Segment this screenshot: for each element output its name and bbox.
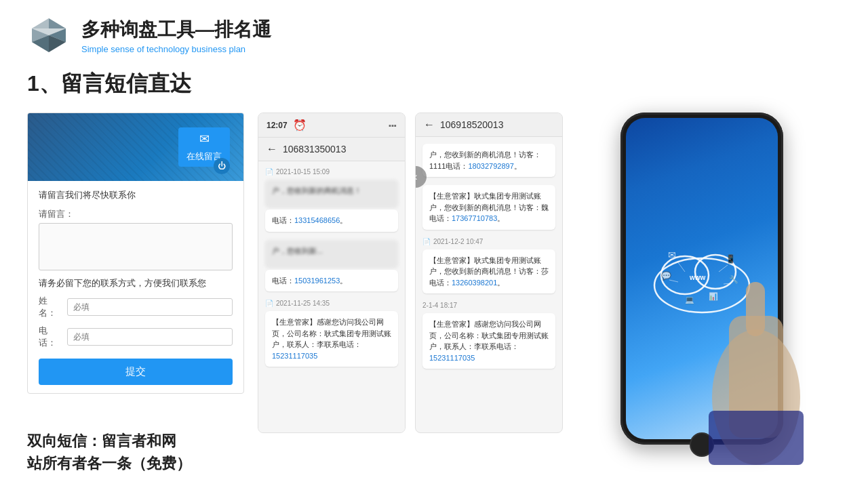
sms-bubble-blurred-2: 户，您收到新... — [265, 240, 398, 267]
sms2-bubble-2: 【生意管家】耿式集团专用测试账户，您收到新的商机消息！访客：魏电话：173677… — [422, 185, 555, 230]
phone-input[interactable] — [67, 328, 233, 346]
sms-back-header-2: ← 106918520013 — [416, 113, 562, 137]
message-label: 请留言： — [39, 208, 233, 220]
form-body: 请留言我们将尽快联系你 请留言： 请务必留下您的联系方式，方便我们联系您 姓名：… — [28, 181, 243, 393]
name-input[interactable] — [67, 298, 233, 316]
sms2-bubble-3: 【生意管家】耿式集团专用测试账户，您收到新的商机消息！访客：莎电话：132603… — [422, 249, 555, 294]
logo-icon — [27, 14, 71, 57]
sms-link-1[interactable]: 13315468656 — [294, 216, 340, 224]
main-content: ✉ 在线留言 ⏻ 请留言我们将尽快联系你 请留言： 请务必留下您的联系方式，方便… — [27, 113, 841, 465]
sms2-msg-1: 户，您收到新的商机消息！访客：1111电话：18032792897。 — [422, 144, 555, 177]
contact-hint: 请务必留下您的联系方式，方便我们联系您 — [39, 277, 233, 289]
svg-rect-24 — [746, 282, 765, 336]
sms-header-1: 12:07 ⏰ ▪▪▪ — [258, 113, 405, 138]
message-textarea[interactable] — [39, 223, 233, 270]
sms-bubble-blurred-1: 户，您收到新的商机消息！ — [265, 180, 398, 207]
power-button[interactable]: ⏻ — [214, 158, 230, 174]
sms-msg-group-1: 📄 2021-10-15 15:09 户，您收到新的商机消息！ 电话：13315… — [265, 168, 398, 232]
page-wrapper: 多种询盘工具—排名通 Simple sense of technology bu… — [0, 0, 868, 488]
sms2-ts-3: 📄 2021-12-2 10:47 — [422, 238, 555, 245]
sms-body-2: 户，您收到新的商机消息！访客：1111电话：18032792897。 【生意管家… — [416, 137, 562, 408]
form-panel-hint: 请留言我们将尽快联系你 — [39, 189, 233, 201]
sms-panel-1: 12:07 ⏰ ▪▪▪ ← 106831350013 📄 2021-10-15 … — [258, 113, 406, 433]
submit-button[interactable]: 提交 — [39, 359, 233, 385]
doc-icon-1: 📄 — [265, 168, 273, 176]
sms2-link-4[interactable]: 15231117035 — [429, 354, 475, 362]
sms2-link-1[interactable]: 18032792897 — [468, 162, 513, 170]
form-panel: ✉ 在线留言 ⏻ 请留言我们将尽快联系你 请留言： 请务必留下您的联系方式，方便… — [27, 113, 244, 394]
sms2-msg-3: 📄 2021-12-2 10:47 【生意管家】耿式集团专用测试账户，您收到新的… — [422, 238, 555, 294]
header-title: 多种询盘工具—排名通 — [81, 17, 271, 43]
message-icon: ✉ — [199, 131, 210, 146]
svg-text:💬: 💬 — [661, 270, 671, 281]
sms2-bubble-1: 户，您收到新的商机消息！访客：1111电话：18032792897。 — [422, 144, 555, 177]
header-text-group: 多种询盘工具—排名通 Simple sense of technology bu… — [81, 17, 271, 54]
sms-ts-1: 📄 2021-10-15 15:09 — [265, 168, 398, 176]
svg-line-20 — [669, 280, 678, 282]
header: 多种询盘工具—排名通 Simple sense of technology bu… — [27, 14, 841, 57]
signal-icons: ▪▪▪ — [389, 121, 397, 129]
sms-body-1: 📄 2021-10-15 15:09 户，您收到新的商机消息！ 电话：13315… — [258, 161, 405, 432]
sms-phone-number-2: 106918520013 — [440, 119, 503, 130]
sms-back-header-1: ← 106831350013 — [258, 138, 405, 161]
alarm-icon: ⏰ — [293, 119, 307, 131]
phone-label: 电话： — [39, 325, 63, 349]
sms-bubble-1b: 电话：13315468656。 — [265, 209, 398, 232]
sms2-link-3[interactable]: 13260398201 — [452, 279, 497, 287]
phone-row: 电话： — [39, 325, 233, 349]
sms-link-3[interactable]: 15231117035 — [272, 352, 317, 360]
sms-panel-2: ← 106918520013 户，您收到新的商机消息！访客：1111电话：180… — [415, 113, 563, 433]
back-arrow-2[interactable]: ← — [424, 119, 435, 131]
sms-container: 12:07 ⏰ ▪▪▪ ← 106831350013 📄 2021-10-15 … — [258, 113, 563, 433]
svg-rect-25 — [709, 411, 804, 465]
sms-msg-group-3: 📄 2021-11-25 14:35 【生意管家】感谢您访问我公司网页，公司名称… — [265, 300, 398, 367]
bottom-text: 双向短信：留言者和网 站所有者各一条（免费） — [27, 430, 191, 474]
header-subtitle: Simple sense of technology business plan — [81, 44, 271, 54]
sms2-bubble-4: 【生意管家】感谢您访问我公司网页，公司名称：耿式集团专用测试账户，联系人：李联系… — [422, 313, 555, 369]
sms-bubble-2b: 电话：15031961253。 — [265, 270, 398, 292]
sms-link-2[interactable]: 15031961253 — [294, 277, 340, 285]
sms2-msg-2: 【生意管家】耿式集团专用测试账户，您收到新的商机消息！访客：魏电话：173677… — [422, 185, 555, 230]
sms-msg-group-2: 户，您收到新... 电话：15031961253。 — [265, 240, 398, 292]
svg-text:✉: ✉ — [668, 249, 676, 260]
back-arrow-1[interactable]: ← — [267, 143, 277, 155]
name-label: 姓名： — [39, 295, 63, 319]
name-row: 姓名： — [39, 295, 233, 319]
sms2-msg-4: 2-1-4 18:17 【生意管家】感谢您访问我公司网页，公司名称：耿式集团专用… — [422, 302, 555, 369]
hand-illustration — [688, 262, 824, 465]
doc-icon-3: 📄 — [265, 300, 273, 307]
doc-icon-4: 📄 — [422, 238, 431, 245]
svg-line-18 — [677, 262, 685, 272]
sms-ts-3: 📄 2021-11-25 14:35 — [265, 300, 398, 307]
sms-phone-number-1: 106831350013 — [283, 144, 346, 155]
phone-panel: www ✉ 📱 💬 🔧 💻 📊 — [576, 113, 841, 465]
form-panel-header: ✉ 在线留言 ⏻ — [28, 113, 243, 181]
section-title: 1、留言短信直达 — [27, 69, 841, 99]
sms-time: 12:07 — [267, 121, 288, 130]
sms2-link-2[interactable]: 17367710783 — [452, 214, 497, 222]
sms2-ts-4: 2-1-4 18:17 — [422, 302, 555, 309]
sms-bubble-3: 【生意管家】感谢您访问我公司网页，公司名称：耿式集团专用测试账户，联系人：李联系… — [265, 311, 398, 367]
